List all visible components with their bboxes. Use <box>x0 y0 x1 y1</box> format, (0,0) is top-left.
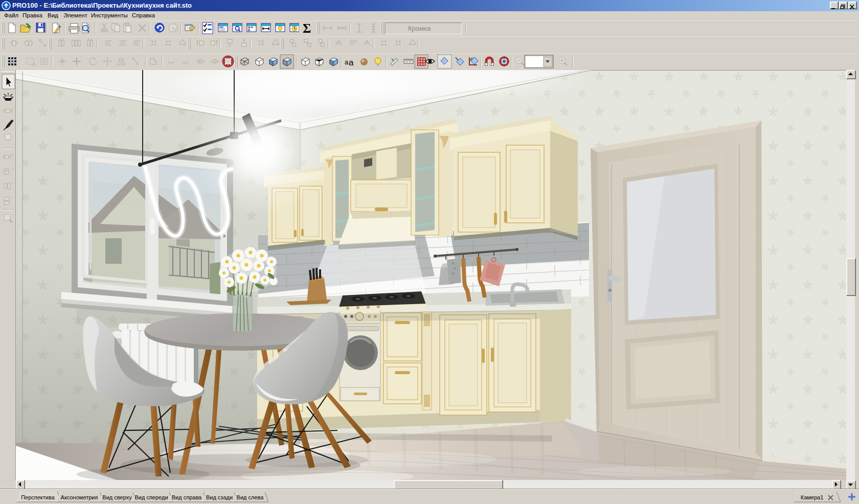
svg-text:Вид слева: Вид слева <box>237 494 264 500</box>
svg-text:Вид сверху: Вид сверху <box>102 494 132 500</box>
svg-text:Вид справа: Вид справа <box>172 494 202 500</box>
svg-text:Камера1: Камера1 <box>801 494 824 500</box>
svg-text:Σ: Σ <box>303 21 311 35</box>
svg-text:Вид сзади: Вид сзади <box>206 494 233 500</box>
svg-text:Вид спереди: Вид спереди <box>134 494 168 500</box>
svg-text:Перспектива: Перспектива <box>21 494 55 500</box>
svg-text:Аксонометрия: Аксонометрия <box>61 494 98 500</box>
svg-text:a: a <box>349 58 354 67</box>
svg-text:a: a <box>345 58 349 66</box>
svg-text:Кромка: Кромка <box>408 25 431 32</box>
